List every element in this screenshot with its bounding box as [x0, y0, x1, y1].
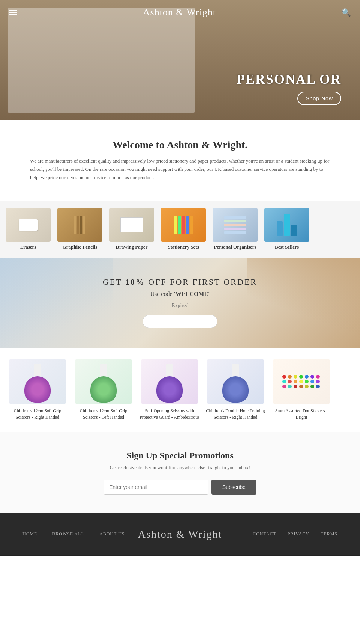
category-best-sellers[interactable]: Best Sellers — [262, 208, 311, 250]
shop-now-button[interactable]: Shop Now — [297, 92, 341, 105]
product-tag-1 — [34, 364, 41, 376]
product-image-1 — [9, 359, 66, 404]
signup-subtitle: Get exclusive deals you wont find anywhe… — [30, 465, 330, 471]
promo-banner: GET 10% OFF FOR FIRST ORDER Use code 'WE… — [0, 258, 360, 348]
promo-code-value: 'WELCOME' — [174, 291, 210, 297]
category-graphite-pencils[interactable]: Graphite Pencils — [56, 208, 104, 250]
subscribe-button[interactable]: Subscribe — [212, 480, 256, 495]
signup-section: Sign Up Special Promotions Get exclusive… — [0, 432, 360, 513]
site-footer: HOME BROWSE ALL ABOUT US Ashton & Wright… — [0, 513, 360, 555]
hero-content: PERSONAL OR Shop Now — [218, 56, 360, 120]
hamburger-menu[interactable] — [9, 10, 17, 15]
category-pencils-label: Graphite Pencils — [63, 244, 98, 250]
product-image-3 — [141, 359, 198, 404]
product-image-4 — [207, 359, 264, 404]
footer-link-home[interactable]: HOME — [22, 531, 37, 537]
category-organisers-label: Personal Organisers — [214, 244, 256, 250]
product-image-2 — [75, 359, 132, 404]
promo-expired: Expired — [103, 303, 257, 309]
footer-link-privacy[interactable]: PRIVACY — [288, 531, 309, 537]
product-card-4[interactable]: Children's Double Hole Training Scissors… — [206, 359, 266, 421]
category-erasers-label: Erasers — [20, 244, 36, 250]
site-header: Ashton & Wright 🔍 — [0, 0, 360, 25]
footer-link-terms[interactable]: TERMS — [321, 531, 338, 537]
category-organisers-image — [213, 208, 258, 242]
category-personal-organisers[interactable]: Personal Organisers — [211, 208, 260, 250]
email-input[interactable] — [104, 480, 208, 495]
promo-highlight: 10% — [125, 277, 145, 287]
footer-link-contact[interactable]: CONTACT — [253, 531, 276, 537]
promo-right-bg — [248, 258, 360, 348]
footer-logo: Ashton & Wright — [138, 528, 222, 540]
promo-input-area — [103, 315, 257, 328]
footer-link-about-us[interactable]: ABOUT US — [99, 531, 124, 537]
category-stationery-sets[interactable]: Stationery Sets — [159, 208, 208, 250]
product-name-4: Children's Double Hole Training Scissors… — [206, 408, 266, 421]
category-erasers[interactable]: Erasers — [4, 208, 52, 250]
category-erasers-image — [6, 208, 51, 242]
promo-code: Use code 'WELCOME' — [103, 291, 257, 297]
welcome-text: We are manufacturers of excellent qualit… — [30, 157, 330, 182]
product-card-2[interactable]: Children's 12cm Soft Grip Scissors - Lef… — [74, 359, 134, 421]
category-stationery-image — [161, 208, 206, 242]
welcome-section: Welcome to Ashton & Wright. We are manuf… — [0, 120, 360, 193]
category-bestsellers-label: Best Sellers — [275, 244, 299, 250]
promo-prefix: GET — [103, 277, 125, 287]
product-name-2: Children's 12cm Soft Grip Scissors - Lef… — [74, 408, 134, 421]
product-tag-2 — [100, 364, 107, 376]
footer-nav-right: CONTACT PRIVACY TERMS — [222, 531, 338, 537]
footer-link-browse-all[interactable]: BROWSE ALL — [52, 531, 84, 537]
signup-title: Sign Up Special Promotions — [30, 451, 330, 461]
category-strip: Erasers Graphite Pencils Drawing Paper — [0, 201, 360, 258]
promo-title: GET 10% OFF FOR FIRST ORDER — [103, 277, 257, 287]
welcome-title: Welcome to Ashton & Wright. — [30, 139, 330, 151]
product-card-3[interactable]: Self-Opening Scissors with Protective Gu… — [140, 359, 200, 421]
signup-form: Subscribe — [30, 480, 330, 495]
promo-doodle-bg — [0, 258, 112, 348]
footer-divider — [0, 555, 360, 556]
category-drawing-paper[interactable]: Drawing Paper — [107, 208, 156, 250]
promo-suffix: OFF FOR FIRST ORDER — [145, 277, 257, 287]
promo-code-input[interactable] — [142, 315, 218, 328]
category-drawing-label: Drawing Paper — [116, 244, 148, 250]
product-tag-4 — [232, 364, 239, 376]
product-name-1: Children's 12cm Soft Grip Scissors - Rig… — [8, 408, 68, 421]
promo-content: GET 10% OFF FOR FIRST ORDER Use code 'WE… — [103, 277, 257, 328]
hero-title: PERSONAL OR — [237, 71, 341, 87]
footer-nav-left: HOME BROWSE ALL ABOUT US — [22, 531, 138, 537]
products-section: Children's 12cm Soft Grip Scissors - Rig… — [0, 348, 360, 432]
category-stationery-label: Stationery Sets — [168, 244, 199, 250]
search-icon[interactable]: 🔍 — [342, 8, 351, 17]
product-tag-3 — [166, 364, 173, 376]
category-drawing-image — [109, 208, 154, 242]
promo-code-text: Use code — [150, 291, 174, 297]
product-card-1[interactable]: Children's 12cm Soft Grip Scissors - Rig… — [8, 359, 68, 421]
category-pencils-image — [57, 208, 102, 242]
product-card-5[interactable]: 8mm Assorted Dot Stickers - Bright — [272, 359, 332, 421]
header-logo: Ashton & Wright — [143, 7, 216, 18]
product-name-5: 8mm Assorted Dot Stickers - Bright — [272, 408, 332, 421]
product-image-5 — [273, 359, 330, 404]
category-bestsellers-image — [264, 208, 309, 242]
product-name-3: Self-Opening Scissors with Protective Gu… — [140, 408, 200, 421]
